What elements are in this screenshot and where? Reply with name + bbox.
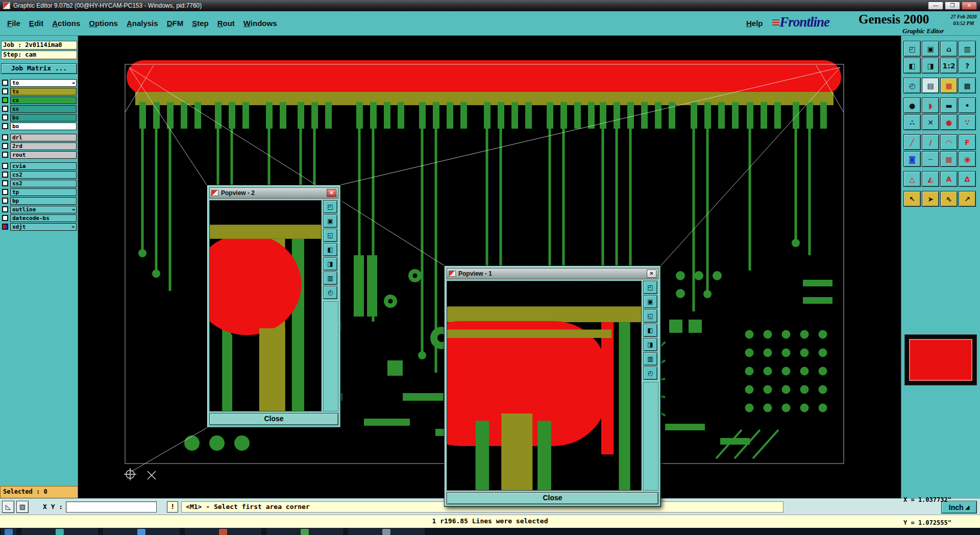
grid-display-icon[interactable]: ▤: [922, 78, 939, 93]
zoom-ratio-icon[interactable]: 1:2: [940, 58, 958, 74]
half-plane-mode-icon[interactable]: ◗: [922, 98, 939, 113]
maximize-button[interactable]: ❐: [945, 2, 960, 10]
text-a-tool-icon[interactable]: A: [940, 171, 958, 187]
layer-name[interactable]: cs: [10, 96, 77, 104]
points-mode-icon[interactable]: ∴: [903, 114, 921, 130]
layer-name[interactable]: xdjt=: [10, 223, 77, 231]
layer-name[interactable]: outline◄: [10, 206, 77, 213]
h-line-tool-icon[interactable]: ─: [922, 151, 939, 167]
overview-viewport[interactable]: [904, 334, 977, 385]
redraw-icon[interactable]: ◴: [903, 78, 921, 93]
snap-grid-tool-icon[interactable]: ▨: [16, 501, 29, 513]
help-mode-icon[interactable]: ?: [959, 58, 976, 74]
area-corner-tool-icon[interactable]: ◺: [2, 501, 14, 513]
popview-2-canvas[interactable]: [209, 200, 322, 411]
solid-circle-mode-icon[interactable]: ●: [903, 98, 921, 113]
popview-1-canvas[interactable]: [447, 281, 642, 491]
layer-name[interactable]: ts: [10, 88, 77, 95]
menu-step[interactable]: Step: [192, 19, 209, 28]
pv-zoom-window-icon[interactable]: ◰: [323, 200, 337, 213]
layer-visibility-checkbox[interactable]: [2, 180, 8, 186]
layer-visibility-checkbox[interactable]: [2, 206, 8, 212]
layer-row-tp[interactable]: tp: [2, 188, 77, 196]
layer-name[interactable]: bs: [10, 114, 77, 121]
pan-left-icon[interactable]: ◧: [903, 58, 921, 74]
text-draw-icon[interactable]: F: [959, 134, 976, 150]
layer-visibility-checkbox[interactable]: [2, 114, 8, 120]
triangle-tool-icon[interactable]: △: [903, 171, 921, 187]
select-pick-icon[interactable]: ➤: [922, 191, 939, 207]
menu-windows[interactable]: Windows: [243, 19, 277, 28]
layer-name[interactable]: rout: [10, 151, 77, 159]
pv-refresh-icon[interactable]: ◴: [323, 286, 337, 299]
view-panel-icon[interactable]: ▥: [959, 41, 976, 57]
point-mode-icon[interactable]: ●: [940, 114, 958, 130]
popview-2-titlebar[interactable]: Popview - 2 ✕: [209, 187, 338, 199]
dot-mode-icon[interactable]: •: [959, 98, 976, 113]
popview-2-close-button[interactable]: Close: [209, 413, 338, 425]
layer-row-ts[interactable]: ts: [2, 87, 77, 95]
layer-visibility-checkbox[interactable]: [2, 80, 8, 86]
select-arrow-icon[interactable]: ↖: [903, 191, 921, 207]
thin-line-draw-icon[interactable]: /: [922, 134, 939, 150]
taskbar-item[interactable]: [1, 528, 16, 535]
taskbar-item[interactable]: [348, 528, 425, 535]
layer-visibility-checkbox[interactable]: [2, 198, 8, 204]
layer-visibility-checkbox[interactable]: [2, 224, 8, 230]
triangle-cut-tool-icon[interactable]: ◭: [922, 171, 939, 187]
layer-name[interactable]: ss2: [10, 180, 77, 187]
taskbar-item[interactable]: [185, 528, 261, 535]
layer-visibility-checkbox[interactable]: [2, 189, 8, 195]
pv-prev-view-icon[interactable]: ◧: [643, 324, 657, 337]
menu-edit[interactable]: Edit: [29, 19, 43, 28]
arc-draw-icon[interactable]: ◠: [940, 134, 958, 150]
popview-1-titlebar[interactable]: Popview - 1 ✕: [447, 268, 658, 279]
pv-layers-icon[interactable]: ▥: [643, 352, 657, 366]
layer-name[interactable]: tp: [10, 188, 77, 196]
grid-tool-icon[interactable]: ▦: [940, 151, 958, 167]
layer-row-cvia[interactable]: cvia: [2, 162, 77, 170]
layer-visibility-checkbox[interactable]: [2, 88, 8, 94]
layer-row-drl[interactable]: drl: [2, 133, 77, 141]
layer-visibility-checkbox[interactable]: [2, 106, 8, 112]
taskbar-item[interactable]: [21, 528, 98, 535]
layer-row-rout[interactable]: rout: [2, 151, 77, 159]
popview-2-close-icon[interactable]: ✕: [327, 189, 336, 197]
popview-1-close-icon[interactable]: ✕: [647, 270, 656, 278]
pv-fit-icon[interactable]: ▣: [323, 214, 337, 228]
pv-pan-icon[interactable]: ◱: [323, 229, 337, 242]
menu-rout[interactable]: Rout: [217, 19, 235, 28]
view-window-icon[interactable]: ◰: [903, 41, 921, 57]
layer-name[interactable]: drl: [10, 134, 77, 141]
round-pad-tool-icon[interactable]: ◉: [959, 151, 976, 167]
taskbar-item[interactable]: [266, 528, 343, 535]
view-home-icon[interactable]: ⌂: [940, 41, 958, 57]
popview-scrollbar[interactable]: [643, 382, 658, 491]
close-button[interactable]: ✕: [962, 2, 977, 10]
layer-row-xdjt[interactable]: xdjt=: [2, 223, 77, 231]
minimize-button[interactable]: —: [928, 2, 943, 10]
layer-row-outline[interactable]: outline◄: [2, 205, 77, 213]
menu-help[interactable]: Help: [746, 11, 763, 35]
pv-next-view-icon[interactable]: ◨: [323, 257, 337, 271]
pv-pan-icon[interactable]: ◱: [643, 309, 657, 323]
layer-visibility-checkbox[interactable]: [2, 163, 8, 169]
menu-dfm[interactable]: DFM: [167, 19, 184, 28]
menu-options[interactable]: Options: [89, 19, 118, 28]
pv-zoom-window-icon[interactable]: ◰: [643, 281, 657, 294]
layer-visibility-checkbox[interactable]: [2, 134, 8, 140]
pattern-table-icon[interactable]: ▩: [959, 78, 976, 93]
layer-row-bp[interactable]: bp: [2, 197, 77, 205]
layer-name[interactable]: datecode-bs: [10, 214, 77, 222]
pv-refresh-icon[interactable]: ◴: [643, 367, 657, 380]
menu-actions[interactable]: Actions: [52, 19, 80, 28]
layer-name[interactable]: bp: [10, 197, 77, 205]
layer-row-ss2[interactable]: ss2: [2, 179, 77, 187]
color-table-icon[interactable]: ▦: [940, 78, 958, 93]
pad-frame-tool-icon[interactable]: ◙: [903, 151, 921, 167]
taskbar-item[interactable]: [103, 528, 180, 535]
layer-visibility-checkbox[interactable]: [2, 143, 8, 149]
layer-visibility-checkbox[interactable]: [2, 97, 8, 103]
xy-input[interactable]: [66, 501, 157, 513]
window-titlebar[interactable]: Graphic Editor 9.07b2 (00@HY-HYCAM-PC153…: [0, 0, 980, 11]
